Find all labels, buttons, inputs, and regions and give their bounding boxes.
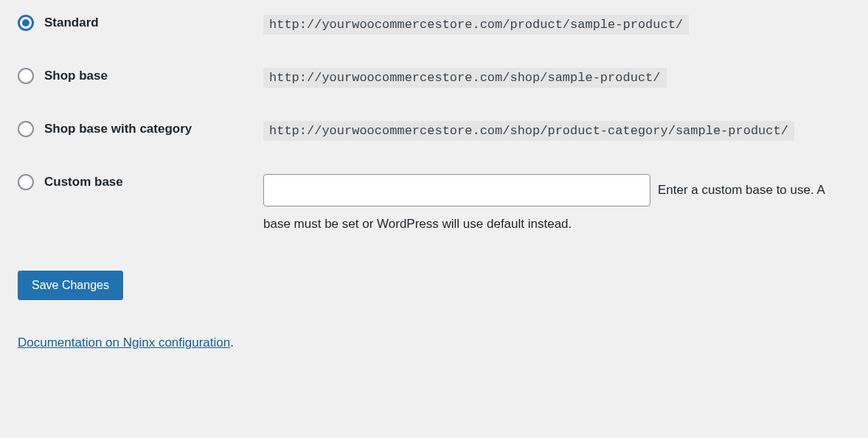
option-label-custom: Custom base xyxy=(44,175,123,190)
url-sample-standard: http://yourwoocommercestore.com/product/… xyxy=(263,15,689,35)
url-sample-shop-base-category: http://yourwoocommercestore.com/shop/pro… xyxy=(263,121,794,141)
radio-label-group: Standard xyxy=(18,15,263,31)
custom-base-right: Enter a custom base to use. A base must … xyxy=(263,174,850,234)
radio-shop-base-category[interactable] xyxy=(18,121,34,137)
url-sample-shop-base: http://yourwoocommercestore.com/shop/sam… xyxy=(263,68,667,88)
radio-label-group: Custom base xyxy=(18,174,263,190)
radio-standard[interactable] xyxy=(18,15,34,31)
option-label-standard: Standard xyxy=(44,15,99,30)
option-label-shop-base-category: Shop base with category xyxy=(44,122,192,136)
permalink-option-custom: Custom base Enter a custom base to use. … xyxy=(18,174,850,234)
radio-label-group: Shop base with category xyxy=(18,121,263,137)
save-changes-button[interactable]: Save Changes xyxy=(18,271,123,300)
permalink-option-shop-base: Shop base http://yourwoocommercestore.co… xyxy=(18,68,850,88)
permalink-option-shop-base-category: Shop base with category http://yourwooco… xyxy=(18,121,850,141)
option-label-shop-base: Shop base xyxy=(44,69,108,83)
custom-help-text-1: Enter a custom base to use. A xyxy=(658,180,825,200)
custom-base-input[interactable] xyxy=(263,174,650,206)
doc-suffix: . xyxy=(230,336,234,350)
custom-help-text-2: base must be set or WordPress will use d… xyxy=(263,214,850,234)
permalink-option-standard: Standard http://yourwoocommercestore.com… xyxy=(18,15,850,35)
nginx-doc-link[interactable]: Documentation on Nginx configuration xyxy=(18,336,230,350)
radio-shop-base[interactable] xyxy=(18,68,34,84)
doc-line: Documentation on Nginx configuration. xyxy=(18,336,850,350)
custom-line1: Enter a custom base to use. A xyxy=(263,174,850,206)
radio-label-group: Shop base xyxy=(18,68,263,84)
radio-custom[interactable] xyxy=(18,174,34,190)
